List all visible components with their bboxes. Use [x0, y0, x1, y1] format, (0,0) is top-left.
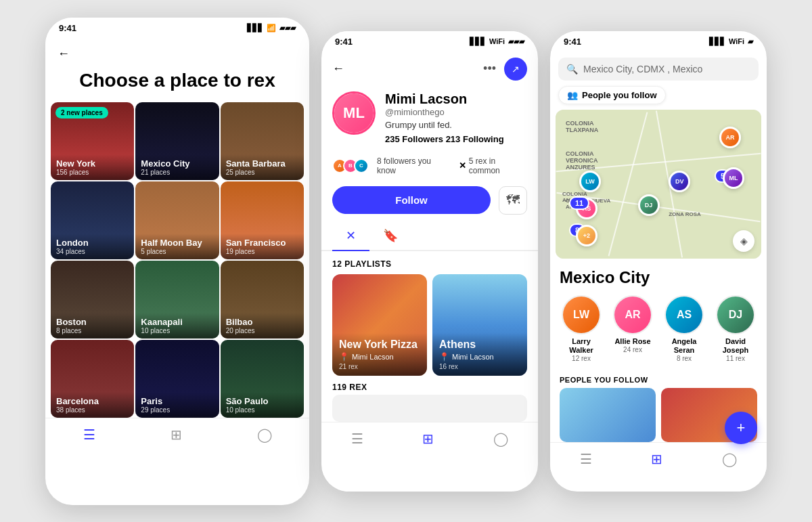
city-overlay: San Francisco 19 places — [221, 234, 304, 259]
city-overlay: Paris 29 places — [135, 392, 219, 418]
list-item[interactable]: São Paulo 10 places — [221, 340, 304, 418]
city-name: Barcelona — [56, 396, 129, 406]
status-icons-1: ▋▋▋ 📶 ▰▰▰ — [247, 24, 296, 32]
map-pin[interactable]: +2 — [576, 225, 597, 246]
list-item[interactable]: Boston 8 places — [51, 261, 134, 339]
city-section: Mexico City LW Larry Walker 12 rex AR Al… — [550, 259, 767, 369]
playlist-info: New York Pizza 📍 Mimi Lacson 21 rex — [332, 333, 427, 376]
person-card[interactable]: AS Angela Seran 8 rex — [662, 295, 706, 362]
avatar-bg: LW — [563, 297, 600, 333]
map-pin[interactable]: DV — [669, 171, 690, 192]
person-card[interactable]: DJ David Joseph 11 rex — [714, 295, 757, 362]
map-background: COLONIATLAXPANA COLONIAVERONICAANZURES C… — [556, 110, 761, 259]
playlist-author: 📍 Mimi Lacson — [339, 352, 420, 362]
list-item[interactable]: Half Moon Bay 5 places — [135, 181, 219, 259]
nav-home-icon-3[interactable]: ☰ — [580, 451, 592, 467]
list-item[interactable]: Mexico City 21 places — [135, 102, 219, 180]
city-name: Boston — [56, 317, 129, 327]
people-follow-label: People you follow — [582, 90, 657, 100]
playlist-title: New York Pizza — [339, 339, 420, 351]
list-item[interactable]: Bilbao 20 places — [221, 261, 304, 339]
map-pin[interactable]: AR — [719, 127, 741, 148]
map-pin[interactable]: LW — [579, 171, 601, 192]
bottom-nav-1: ☰ ⊞ ◯ — [45, 418, 309, 454]
profile-name: Mimi Lacson — [385, 91, 527, 107]
map-pin-number-2[interactable]: 11 — [569, 196, 589, 210]
nav-map-icon-3[interactable]: ⊞ — [651, 451, 662, 467]
status-icons-2: ▋▋▋ WiFi ▰▰▰ — [470, 37, 524, 46]
city-places: 8 places — [56, 327, 129, 334]
nav-map-icon[interactable]: ⊞ — [171, 427, 182, 443]
nav-home-icon[interactable]: ☰ — [83, 427, 95, 443]
time-2: 9:41 — [335, 37, 353, 47]
city-places: 10 places — [141, 327, 213, 334]
wifi-icon-3: WiFi — [729, 37, 744, 45]
profile-handle: @mimionthego — [385, 107, 527, 117]
nav-profile-icon-2[interactable]: ◯ — [493, 431, 508, 447]
avatar-bg: AR — [614, 297, 651, 333]
city-places: 156 places — [56, 169, 129, 176]
nav-profile-icon-3[interactable]: ◯ — [722, 451, 737, 467]
time-3: 9:41 — [564, 37, 581, 47]
people-follow-chip[interactable]: 👥 People you follow — [558, 86, 666, 104]
profile-tabs: ✕ 🔖 — [321, 221, 538, 251]
avatar-bg: DJ — [717, 297, 754, 333]
share-button[interactable]: ↗ — [504, 58, 527, 81]
battery-icon-2: ▰▰▰ — [508, 37, 524, 46]
city-overlay: Boston 8 places — [51, 313, 134, 339]
map-area[interactable]: COLONIATLAXPANA COLONIAVERONICAANZURES C… — [556, 110, 761, 259]
map-pin[interactable]: DJ — [638, 194, 660, 216]
city-name: Kaanapali — [141, 317, 213, 327]
people-you-follow-label: PEOPLE YOU FOLLOW — [550, 369, 767, 388]
nav-profile-icon[interactable]: ◯ — [257, 427, 272, 443]
battery-icon: ▰▰▰ — [279, 24, 296, 32]
nav-map-icon-2[interactable]: ⊞ — [422, 431, 434, 447]
search-bar[interactable]: 🔍 Mexico City, CDMX , Mexico — [558, 58, 759, 81]
new-places-badge: 2 new places — [55, 107, 108, 118]
map-pin[interactable]: ML — [723, 167, 744, 189]
page-title: Choose a place to rex — [45, 69, 309, 103]
city-title: Mexico City — [560, 268, 757, 287]
tab-bookmarks[interactable]: 🔖 — [369, 221, 411, 250]
person-card[interactable]: AR Allie Rose 24 rex — [611, 295, 654, 362]
profile-bio: Grumpy until fed. — [385, 120, 527, 130]
header-icons: ••• ↗ — [483, 58, 527, 81]
playlist-card[interactable]: New York Pizza 📍 Mimi Lacson 21 rex — [332, 274, 427, 376]
back-button[interactable]: ← — [45, 39, 82, 69]
profile-stats: 235 Followers 213 Following — [385, 134, 527, 144]
follow-image-1[interactable] — [560, 388, 656, 442]
list-item[interactable]: Santa Barbara 25 places — [221, 102, 304, 180]
list-item[interactable]: Barcelona 38 places — [51, 340, 134, 418]
compass-button[interactable]: ◈ — [733, 230, 754, 252]
playlist-card[interactable]: Athens 📍 Mimi Lacson 16 rex — [432, 274, 527, 376]
status-bar-3: 9:41 ▋▋▋ WiFi ▰ — [550, 31, 767, 52]
list-item[interactable]: Kaanapali 10 places — [135, 261, 219, 339]
nav-home-icon-2[interactable]: ☰ — [351, 431, 363, 447]
tab-rex[interactable]: ✕ — [332, 221, 369, 250]
city-places: 5 places — [141, 248, 213, 255]
follow-button[interactable]: Follow — [332, 186, 491, 214]
follow-row: Follow 🗺 — [321, 179, 538, 221]
back-button-2[interactable]: ← — [332, 62, 344, 76]
followers-know-text: 8 followers you know — [377, 156, 451, 175]
list-item[interactable]: 2 new places New York 156 places — [51, 102, 134, 180]
list-item[interactable]: San Francisco 19 places — [221, 181, 304, 259]
search-text: Mexico City, CDMX , Mexico — [583, 64, 702, 74]
list-item[interactable]: London 34 places — [51, 181, 134, 259]
more-icon[interactable]: ••• — [483, 62, 496, 76]
city-overlay: Santa Barbara 25 places — [221, 154, 304, 180]
battery-icon-3: ▰ — [748, 37, 753, 46]
person-name: Allie Rose — [611, 337, 654, 346]
person-card[interactable]: LW Larry Walker 12 rex — [560, 295, 603, 362]
playlists-label: 12 PLAYLISTS — [321, 251, 538, 274]
fab-add-button[interactable]: + — [725, 412, 757, 444]
following-label: Following — [463, 134, 504, 144]
map-button[interactable]: 🗺 — [499, 186, 527, 215]
x-common: ✕ 5 rex in common — [459, 156, 527, 175]
following-count: 213 — [446, 134, 461, 144]
city-name: Paris — [141, 396, 213, 406]
list-item[interactable]: Paris 29 places — [135, 340, 219, 418]
city-overlay: Kaanapali 10 places — [135, 313, 219, 339]
city-places: 29 places — [141, 406, 213, 414]
city-name: New York — [56, 158, 129, 169]
